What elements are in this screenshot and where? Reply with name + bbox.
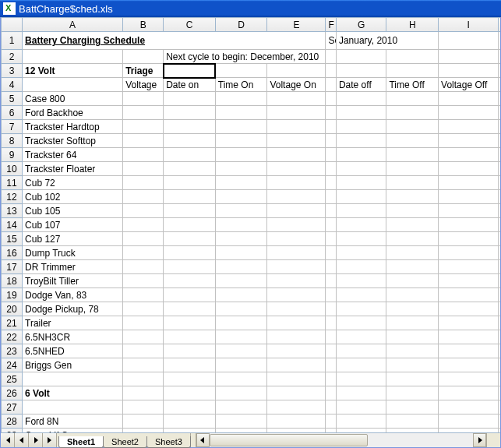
cell[interactable]: Dodge Pickup, 78	[23, 302, 123, 316]
cell[interactable]	[215, 386, 267, 400]
cell[interactable]	[215, 190, 267, 204]
cell[interactable]	[326, 218, 337, 232]
cell[interactable]	[164, 148, 216, 162]
cell[interactable]	[386, 414, 439, 429]
cell[interactable]	[386, 120, 439, 134]
cell[interactable]	[123, 218, 164, 232]
cell[interactable]	[23, 372, 123, 386]
scroll-track[interactable]	[210, 433, 473, 447]
col-header-C[interactable]: C	[164, 18, 216, 32]
cell[interactable]	[386, 260, 439, 274]
cell[interactable]	[215, 372, 267, 386]
cell[interactable]	[439, 134, 499, 148]
cell[interactable]	[439, 316, 499, 330]
cell[interactable]	[439, 162, 499, 176]
cell[interactable]	[215, 274, 267, 288]
row-header[interactable]: 1	[2, 32, 23, 50]
cell[interactable]	[23, 50, 123, 64]
scroll-right-button[interactable]	[473, 433, 486, 447]
sheet-tab[interactable]: Sheet3	[146, 436, 191, 448]
cell[interactable]	[386, 288, 439, 302]
cell[interactable]	[164, 288, 216, 302]
cell[interactable]	[326, 372, 337, 386]
cell[interactable]	[215, 414, 267, 429]
row-header[interactable]: 25	[2, 372, 23, 386]
cell[interactable]	[123, 274, 164, 288]
cell[interactable]: Time Off	[386, 78, 439, 92]
row-header[interactable]: 7	[2, 120, 23, 134]
cell[interactable]	[267, 288, 326, 302]
cell[interactable]: DR Trimmer	[23, 260, 123, 274]
cell[interactable]	[326, 316, 337, 330]
cell[interactable]	[267, 120, 326, 134]
cell[interactable]	[499, 232, 500, 246]
cell[interactable]	[386, 64, 439, 78]
cell[interactable]	[326, 204, 337, 218]
cell[interactable]: Date off	[336, 78, 386, 92]
cell[interactable]: Case 800	[23, 92, 123, 106]
cell[interactable]	[215, 232, 267, 246]
cell[interactable]	[215, 120, 267, 134]
cell[interactable]	[386, 176, 439, 190]
cell[interactable]	[336, 148, 386, 162]
cell[interactable]	[215, 148, 267, 162]
cell[interactable]	[164, 246, 216, 260]
col-header-A[interactable]: A	[23, 18, 123, 32]
cell[interactable]	[123, 134, 164, 148]
cell[interactable]: Trackster Softtop	[23, 134, 123, 148]
cell[interactable]	[215, 106, 267, 120]
cell[interactable]	[499, 176, 500, 190]
cell[interactable]	[386, 386, 439, 400]
cell[interactable]: 6.5NHED	[23, 344, 123, 358]
cell[interactable]	[267, 134, 326, 148]
cell[interactable]	[336, 92, 386, 106]
cell[interactable]	[123, 344, 164, 358]
cell[interactable]	[499, 92, 500, 106]
cell[interactable]	[164, 400, 216, 414]
cell[interactable]	[439, 176, 499, 190]
cell[interactable]	[164, 162, 216, 176]
tab-nav-prev[interactable]	[15, 433, 29, 447]
cell[interactable]	[164, 302, 216, 316]
cell[interactable]	[267, 372, 326, 386]
row-header[interactable]: 4	[2, 78, 23, 92]
cell[interactable]	[499, 162, 500, 176]
cell[interactable]	[499, 344, 500, 358]
cell[interactable]: Voltage On	[267, 78, 326, 92]
cell[interactable]	[499, 316, 500, 330]
cell[interactable]	[386, 302, 439, 316]
cell[interactable]	[23, 78, 123, 92]
cell[interactable]	[386, 316, 439, 330]
row-header[interactable]: 27	[2, 400, 23, 414]
cell[interactable]	[439, 400, 499, 414]
cell[interactable]	[164, 92, 216, 106]
row-header[interactable]: 24	[2, 358, 23, 372]
cell[interactable]	[123, 316, 164, 330]
cell[interactable]: TroyBilt Tiller	[23, 274, 123, 288]
row-header[interactable]: 18	[2, 274, 23, 288]
row-header[interactable]: 23	[2, 344, 23, 358]
cell[interactable]: Cub 107	[23, 218, 123, 232]
cell[interactable]	[326, 134, 337, 148]
cell[interactable]	[326, 106, 337, 120]
cell[interactable]	[336, 106, 386, 120]
cell[interactable]: Cub 127	[23, 232, 123, 246]
cell[interactable]	[215, 316, 267, 330]
cell[interactable]	[499, 50, 500, 64]
cell[interactable]	[386, 344, 439, 358]
cell[interactable]	[336, 50, 386, 64]
cell[interactable]	[123, 190, 164, 204]
cell[interactable]	[439, 218, 499, 232]
cell[interactable]	[386, 134, 439, 148]
cell[interactable]	[123, 302, 164, 316]
cell[interactable]	[499, 218, 500, 232]
cell[interactable]	[386, 218, 439, 232]
cell[interactable]	[215, 218, 267, 232]
cell[interactable]	[336, 204, 386, 218]
cell[interactable]	[215, 288, 267, 302]
cell[interactable]	[336, 288, 386, 302]
cell[interactable]	[499, 400, 500, 414]
cell[interactable]	[215, 134, 267, 148]
cell[interactable]: Voltage	[123, 78, 164, 92]
cell[interactable]	[439, 204, 499, 218]
